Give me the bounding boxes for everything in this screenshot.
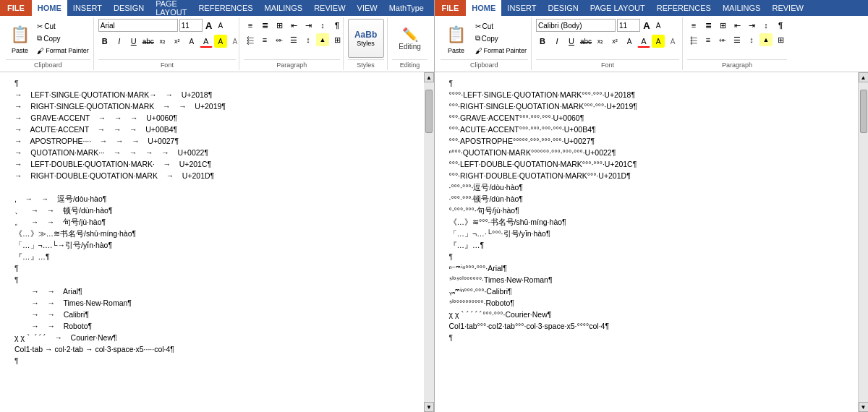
right-align-center-button[interactable]: ≡ — [702, 33, 715, 46]
right-borders-button[interactable]: ⊞ — [774, 33, 787, 46]
right-subscript-button[interactable]: x₂ — [594, 35, 607, 48]
right-doc-content[interactable]: ¶ °°°°·LEFT·SINGLE·QUOTATION·MARK°°°·°°°… — [435, 72, 859, 412]
right-align-right-button[interactable]: ⬰ — [716, 33, 729, 46]
right-tab-pagelayout[interactable]: PAGE LAYOUT — [584, 0, 651, 16]
left-tab-home[interactable]: HOME — [32, 0, 67, 16]
justify-button[interactable]: ☰ — [287, 33, 300, 46]
bold-button[interactable]: B — [98, 35, 111, 48]
right-cut-button[interactable]: ✂Cut — [474, 20, 529, 32]
right-scroll-up-button[interactable]: ▲ — [859, 72, 869, 82]
scroll-down-button[interactable]: ▼ — [424, 402, 434, 412]
right-justify-button[interactable]: ☰ — [731, 33, 744, 46]
right-paste-button[interactable]: 📋 Paste — [441, 19, 472, 58]
left-tab-mathtype[interactable]: MathType — [383, 0, 430, 16]
numbering-button[interactable]: ≣ — [258, 19, 271, 32]
strikethrough-button[interactable]: abc — [142, 35, 155, 48]
right-line-21: Col1·tab°°°·col2·tab°°°·col·3·space·x5·°… — [449, 321, 844, 332]
font-shade-button[interactable]: A — [229, 35, 242, 48]
right-font-shade-button[interactable]: A — [666, 35, 679, 48]
right-scroll-thumb[interactable] — [860, 90, 867, 133]
left-doc-content[interactable]: ¶ → LEFT·SINGLE·QUOTATION·MARK→ → U+2018… — [0, 72, 424, 412]
right-align-left-button[interactable]: ⬱ — [687, 33, 700, 46]
copy-button[interactable]: ⧉Copy — [35, 33, 90, 44]
superscript-button[interactable]: x² — [171, 35, 184, 48]
show-marks-button[interactable]: ¶ — [331, 19, 344, 32]
clear-format-button[interactable]: A — [185, 35, 198, 48]
right-indent-decrease-button[interactable]: ⇤ — [731, 19, 744, 32]
right-font-grow-button[interactable]: A — [642, 20, 652, 30]
paste-button[interactable]: 📋 Paste — [6, 19, 34, 58]
format-painter-button[interactable]: 🖌Format Painter — [35, 45, 90, 56]
left-tab-mailings[interactable]: MAILINGS — [259, 0, 309, 16]
bullets-button[interactable]: ≡ — [244, 19, 257, 32]
right-vertical-scrollbar[interactable]: ▲ ▼ — [858, 72, 868, 412]
font-shrink-button[interactable]: A — [216, 20, 226, 30]
align-right-button[interactable]: ⬰ — [273, 33, 286, 46]
right-text-highlight-button[interactable]: A — [652, 35, 665, 48]
right-tab-references[interactable]: REFERENCES — [651, 0, 717, 16]
right-scroll-track[interactable] — [859, 82, 869, 402]
left-tab-file[interactable]: FILE — [0, 0, 32, 16]
left-tab-insert[interactable]: INSERT — [67, 0, 108, 16]
right-tab-home[interactable]: HOME — [466, 0, 501, 16]
right-tab-design[interactable]: DESIGN — [542, 0, 584, 16]
scroll-up-button[interactable]: ▲ — [424, 72, 434, 82]
line-4: → ACUTE·ACCENT → → → U+00B4¶ — [14, 124, 409, 136]
right-scroll-down-button[interactable]: ▼ — [859, 402, 869, 412]
right-multilevel-list-button[interactable]: ⊞ — [716, 19, 729, 32]
right-shading-button[interactable]: ▲ — [760, 33, 773, 46]
align-left-button[interactable]: ⬱ — [244, 33, 257, 46]
styles-button[interactable]: AaBb Styles — [348, 19, 384, 58]
subscript-button[interactable]: x₂ — [156, 35, 169, 48]
right-line-19: ˢˡ°°°°°°°°°°·Roboto¶ — [449, 298, 844, 309]
underline-button[interactable]: U — [127, 35, 140, 48]
right-numbering-button[interactable]: ≣ — [702, 19, 715, 32]
right-bold-button[interactable]: B — [536, 35, 549, 48]
scroll-thumb[interactable] — [425, 90, 433, 133]
line-spacing-button[interactable]: ↕ — [302, 33, 315, 46]
right-tab-review[interactable]: REVIEW — [766, 0, 809, 16]
font-name-input[interactable] — [98, 19, 178, 32]
right-format-painter-button[interactable]: 🖌Format Painter — [474, 45, 529, 56]
indent-increase-button[interactable]: ⇥ — [302, 19, 315, 32]
font-color-button[interactable]: A — [200, 35, 213, 48]
right-show-marks-button[interactable]: ¶ — [774, 19, 787, 32]
left-tab-references[interactable]: REFERENCES — [192, 0, 258, 16]
left-tab-review[interactable]: REVIEW — [308, 0, 351, 16]
right-clear-format-button[interactable]: A — [623, 35, 636, 48]
font-grow-button[interactable]: A — [204, 20, 214, 30]
right-sort-button[interactable]: ↕ — [760, 19, 773, 32]
right-line-spacing-button[interactable]: ↕ — [745, 33, 758, 46]
right-font-format-row: B I U abc x₂ x² A A A A — [536, 35, 679, 48]
indent-decrease-button[interactable]: ⇤ — [287, 19, 300, 32]
right-tab-file[interactable]: FILE — [435, 0, 467, 16]
borders-button[interactable]: ⊞ — [331, 33, 344, 46]
align-center-button[interactable]: ≡ — [258, 33, 271, 46]
left-tab-view[interactable]: VIEW — [352, 0, 383, 16]
right-font-name-input[interactable] — [536, 19, 616, 32]
left-vertical-scrollbar[interactable]: ▲ ▼ — [424, 72, 434, 412]
multilevel-list-button[interactable]: ⊞ — [273, 19, 286, 32]
right-bullets-button[interactable]: ≡ — [687, 19, 700, 32]
right-indent-increase-button[interactable]: ⇥ — [745, 19, 758, 32]
shading-button[interactable]: ▲ — [316, 33, 329, 46]
right-italic-button[interactable]: I — [550, 35, 563, 48]
right-superscript-button[interactable]: x² — [608, 35, 621, 48]
right-copy-icon: ⧉ — [475, 34, 480, 43]
left-tab-pagelayout[interactable]: PAGE LAYOUT — [150, 0, 192, 16]
italic-button[interactable]: I — [113, 35, 126, 48]
right-tab-mailings[interactable]: MAILINGS — [717, 0, 767, 16]
left-tab-design[interactable]: DESIGN — [108, 0, 150, 16]
right-tab-insert[interactable]: INSERT — [501, 0, 542, 16]
right-strikethrough-button[interactable]: abc — [579, 35, 592, 48]
right-font-color-button[interactable]: A — [637, 35, 650, 48]
right-copy-button[interactable]: ⧉Copy — [474, 33, 529, 44]
sort-button[interactable]: ↕ — [316, 19, 329, 32]
scroll-track[interactable] — [424, 82, 434, 402]
cut-button[interactable]: ✂Cut — [35, 20, 90, 32]
right-font-size-input[interactable] — [617, 19, 640, 32]
right-underline-button[interactable]: U — [565, 35, 578, 48]
text-highlight-button[interactable]: A — [214, 35, 227, 48]
right-font-shrink-button[interactable]: A — [653, 20, 663, 30]
font-size-input[interactable] — [179, 19, 203, 32]
